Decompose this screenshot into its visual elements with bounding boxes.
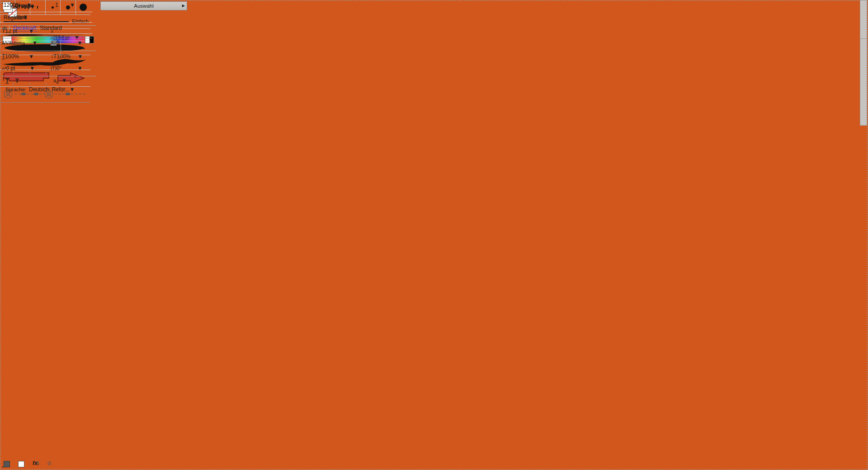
add-effect-icon[interactable]: fx.	[33, 460, 39, 466]
kerning-field[interactable]: A⁄VAutoma▼	[2, 40, 38, 46]
language-label: Sprache:	[5, 87, 26, 92]
status-flyout-icon: ▶	[182, 2, 185, 10]
underline-icon[interactable]: T	[5, 78, 9, 84]
illustrator-window: Ai DateiBearbeitenObjektSchriftAuswahlEf…	[0, 0, 868, 470]
zoom-level-field[interactable]: 1200%	[4, 2, 24, 8]
tracking-field[interactable]: AV0▼	[51, 40, 83, 46]
align-to-dropdown-icon[interactable]: ▼	[82, 47, 85, 50]
baseline-shift-field[interactable]: Aª0 pt▼	[2, 65, 35, 71]
zoom-dropdown-icon[interactable]: ▼	[26, 2, 32, 8]
opacity-value: Standard	[40, 25, 62, 31]
page-dropdown-icon[interactable]: ▼	[70, 2, 75, 8]
anti-alias-icon: aa	[53, 78, 58, 85]
appearance-footer: fx. ⊘	[0, 460, 99, 469]
language-select[interactable]: Deutsch: Refor...▼	[29, 86, 81, 94]
status-field[interactable]: Auswahl ▶	[100, 1, 187, 10]
new-fill-icon[interactable]	[18, 461, 24, 467]
spacing-value-field[interactable]	[34, 45, 54, 53]
h-scale-field[interactable]: T100%▼	[2, 53, 34, 60]
v-scale-field[interactable]: ↕T100%▼	[51, 53, 83, 60]
spacing-buttons	[3, 45, 5, 52]
new-stroke-icon[interactable]	[4, 461, 10, 467]
align-buttons	[3, 9, 23, 15]
page-number-field[interactable]: 1	[55, 2, 69, 8]
degree-label: °	[74, 75, 76, 81]
clear-appearance-icon[interactable]: ⊘	[47, 460, 52, 466]
char-rotation-field[interactable]: (T)0°▼	[51, 65, 83, 71]
appearance-scrollbar[interactable]	[860, 0, 867, 39]
strikethrough-icon[interactable]: T	[15, 78, 19, 84]
distribute-buttons	[3, 27, 23, 33]
